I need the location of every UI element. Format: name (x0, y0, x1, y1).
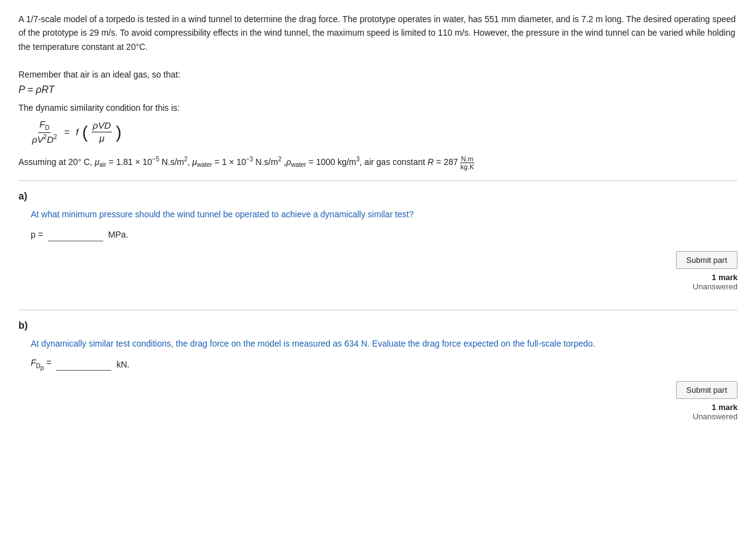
section-a-answer-prefix: p = (31, 230, 43, 239)
section-a-answer-row: p = MPa. (31, 228, 738, 241)
remember-text: Remember that air is an ideal gas, so th… (18, 70, 738, 79)
dynamic-condition-text: The dynamic similarity condition for thi… (18, 103, 738, 113)
section-b-submit-row: Submit part (31, 381, 738, 399)
section-b-mark-row: 1 mark Unanswered (31, 403, 738, 421)
section-a-submit-button[interactable]: Submit part (676, 251, 738, 269)
section-a-mark-row: 1 mark Unanswered (31, 273, 738, 291)
intro-paragraph: A 1/7-scale model of a torpedo is tested… (18, 12, 738, 54)
section-divider (18, 180, 738, 181)
section-b-submit-button[interactable]: Submit part (676, 381, 738, 399)
similarity-formula: FD ρV2D2 = f ( ρVD μ ) (31, 119, 738, 145)
section-b-mark: 1 mark (712, 403, 738, 412)
section-b-answer-prefix: FDp = (31, 358, 51, 371)
section-b-input[interactable] (56, 358, 111, 371)
section-a-unit: MPa. (108, 230, 129, 239)
section-b-answer-row: FDp = kN. (31, 358, 738, 371)
section-b: b) At dynamically similar test condition… (18, 320, 738, 421)
section-a-input[interactable] (48, 228, 103, 241)
ideal-gas-formula: P = ρRT (18, 84, 738, 95)
section-a-question: At what minimum pressure should the wind… (31, 208, 738, 221)
assuming-line: Assuming at 20° C, μair = 1.81 × 10−5 N.… (18, 154, 738, 171)
section-a-submit-row: Submit part (31, 251, 738, 269)
section-a-label: a) (18, 191, 738, 202)
section-a-mark: 1 mark (712, 273, 738, 282)
section-b-question: At dynamically similar test conditions, … (31, 337, 738, 350)
section-a-status: Unanswered (693, 282, 738, 291)
section-a: a) At what minimum pressure should the w… (18, 191, 738, 291)
section-b-divider (18, 310, 738, 310)
section-b-unit: kN. (116, 360, 129, 369)
section-b-status: Unanswered (693, 412, 738, 421)
section-b-label: b) (18, 320, 738, 331)
